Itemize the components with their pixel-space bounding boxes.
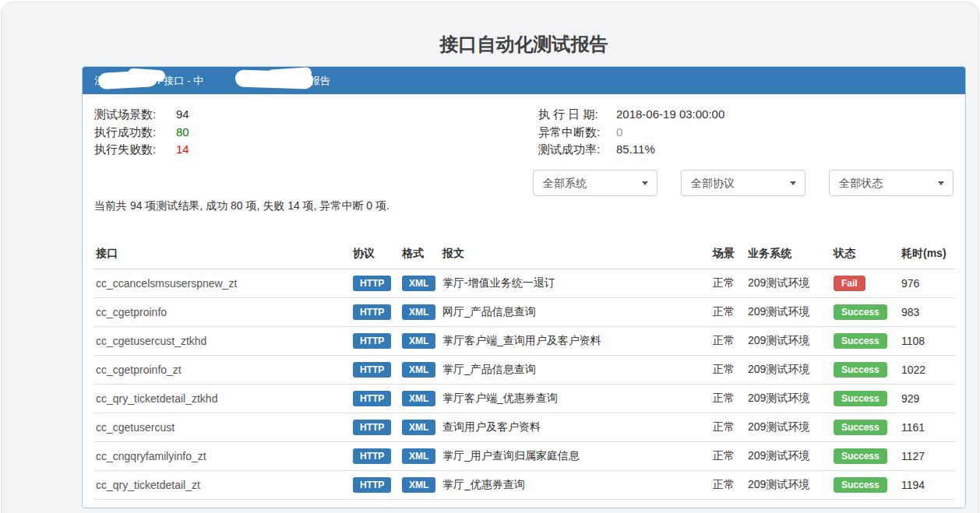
system-value: 209测试环境 [746, 441, 832, 470]
system-filter-select[interactable]: 全部系统 [533, 170, 657, 196]
time-value: 929 [900, 384, 955, 413]
system-value: 209测试环境 [746, 413, 832, 441]
interface-name: cc_cgetproinfo_zt [94, 355, 351, 384]
interface-name: cc_cgetproinfo [94, 297, 351, 326]
scene-value: 正常 [711, 441, 746, 470]
interface-name: cc_cgetusercust_ztkhd [94, 326, 351, 355]
select-value: 全部状态 [839, 177, 883, 189]
format-badge: XML [402, 276, 435, 291]
stat-value: 2018-06-19 03:00:00 [616, 107, 724, 121]
table-row: cc_qry_ticketdetail_ztkhd HTTP XML 掌厅客户端… [94, 384, 955, 413]
system-value: 209测试环境 [746, 470, 832, 499]
interface-name: cc_cgetusercust [94, 413, 351, 441]
status-badge: Success [834, 420, 887, 435]
format-badge: XML [402, 362, 435, 378]
message-name: 掌厅_用户查询归属家庭信息 [441, 441, 711, 470]
table-row: cc_cgetproinfo_zt HTTP XML 掌厅_产品信息查询 正常 … [94, 355, 955, 384]
chevron-down-icon [938, 181, 944, 185]
stat-label: 执 行 日 期: [538, 106, 616, 124]
time-value: 1161 [900, 413, 955, 441]
results-table: 接口 协议 格式 报文 场景 业务系统 状态 耗时(ms) cc_ccancel… [94, 241, 955, 500]
scene-value: 正常 [711, 269, 746, 297]
stat-fail-count: 执行失败数:14 [94, 141, 538, 159]
stat-total-scenes: 测试场景数:94 [94, 106, 538, 124]
system-value: 209测试环境 [746, 384, 832, 413]
stat-success-count: 执行成功数:80 [94, 124, 538, 142]
scene-value: 正常 [711, 326, 746, 355]
message-name: 查询用户及客户资料 [441, 413, 711, 441]
stats-right: 执 行 日 期:2018-06-19 03:00:00 异常中断数:0 测试成功… [538, 106, 724, 159]
column-header-protocol: 协议 [351, 241, 400, 269]
status-badge: Success [834, 304, 887, 320]
select-value: 全部系统 [543, 177, 587, 189]
heading-text-segment: TTP接口 - 中 [145, 75, 203, 86]
table-header-row: 接口 协议 格式 报文 场景 业务系统 状态 耗时(ms) [94, 241, 955, 269]
report-panel: 江TTP接口 - 中自动化测试报告 测试场景数:94 执行成功数:80 执行失败… [82, 66, 966, 508]
protocol-badge: HTTP [353, 362, 391, 378]
status-filter-select[interactable]: 全部状态 [829, 170, 954, 196]
column-header-system: 业务系统 [746, 241, 832, 269]
message-name: 掌厅-增值业务统一退订 [441, 269, 711, 297]
format-badge: XML [402, 420, 435, 435]
table-row: cc_ccancelsmsuserspnew_zt HTTP XML 掌厅-增值… [94, 269, 955, 297]
system-value: 209测试环境 [746, 326, 832, 355]
column-header-format: 格式 [400, 241, 441, 269]
column-header-message: 报文 [441, 241, 711, 269]
protocol-badge: HTTP [353, 448, 391, 464]
heading-text-segment: 自动化测试报告 [259, 75, 330, 86]
stats-section: 测试场景数:94 执行成功数:80 执行失败数:14 执 行 日 期:2018-… [94, 106, 954, 159]
heading-text-segment: 江 [94, 75, 104, 86]
time-value: 983 [900, 297, 955, 326]
panel-heading: 江TTP接口 - 中自动化测试报告 [83, 67, 965, 94]
stat-label: 测试场景数: [94, 106, 176, 124]
interface-name: cc_qry_ticketdetail_zt [94, 470, 351, 499]
format-badge: XML [402, 333, 435, 349]
status-badge: Success [834, 333, 887, 349]
protocol-badge: HTTP [353, 304, 391, 320]
stat-value: 94 [176, 107, 189, 121]
status-badge: Fail [834, 276, 865, 291]
system-value: 209测试环境 [746, 269, 832, 297]
stat-label: 执行成功数: [94, 124, 176, 142]
protocol-badge: HTTP [353, 477, 391, 493]
scene-value: 正常 [711, 413, 746, 441]
results-summary: 当前共 94 项测试结果, 成功 80 项, 失败 14 项, 异常中断 0 项… [94, 199, 954, 213]
interface-name: cc_qry_ticketdetail_ztkhd [94, 384, 351, 413]
column-header-status: 状态 [832, 241, 900, 269]
filter-row: 全部系统 全部协议 全部状态 [94, 170, 954, 196]
stat-success-rate: 测试成功率:85.11% [538, 141, 724, 159]
stat-abort-count: 异常中断数:0 [538, 124, 724, 142]
stat-value: 80 [176, 125, 189, 139]
message-name: 掌厅客户端_优惠券查询 [441, 384, 711, 413]
panel-body: 测试场景数:94 执行成功数:80 执行失败数:14 执 行 日 期:2018-… [83, 94, 965, 508]
time-value: 976 [900, 269, 955, 297]
message-name: 掌厅_优惠券查询 [441, 470, 711, 499]
select-value: 全部协议 [691, 177, 735, 189]
format-badge: XML [402, 448, 435, 464]
scene-value: 正常 [711, 384, 746, 413]
stats-left: 测试场景数:94 执行成功数:80 执行失败数:14 [94, 106, 538, 159]
status-badge: Success [834, 362, 887, 378]
system-value: 209测试环境 [746, 355, 832, 384]
interface-name: cc_ccancelsmsuserspnew_zt [94, 269, 351, 297]
system-value: 209测试环境 [746, 297, 832, 326]
protocol-filter-select[interactable]: 全部协议 [681, 170, 806, 196]
protocol-badge: HTTP [353, 391, 391, 406]
time-value: 1108 [900, 326, 955, 355]
stat-value: 0 [616, 125, 622, 139]
status-badge: Success [834, 391, 887, 406]
format-badge: XML [402, 391, 435, 406]
status-badge: Success [834, 477, 887, 493]
stat-label: 异常中断数: [538, 124, 616, 142]
column-header-interface: 接口 [94, 241, 351, 269]
interface-name: cc_cngqryfamilyinfo_zt [94, 441, 351, 470]
scene-value: 正常 [711, 355, 746, 384]
time-value: 1194 [900, 470, 955, 499]
stat-value: 14 [176, 142, 189, 156]
column-header-scene: 场景 [711, 241, 746, 269]
table-row: cc_cgetusercust_ztkhd HTTP XML 掌厅客户端_查询用… [94, 326, 955, 355]
time-value: 1127 [900, 441, 955, 470]
table-row: cc_cgetproinfo HTTP XML 网厅_产品信息查询 正常 209… [94, 297, 955, 326]
stat-label: 执行失败数: [94, 141, 176, 159]
protocol-badge: HTTP [353, 420, 391, 435]
